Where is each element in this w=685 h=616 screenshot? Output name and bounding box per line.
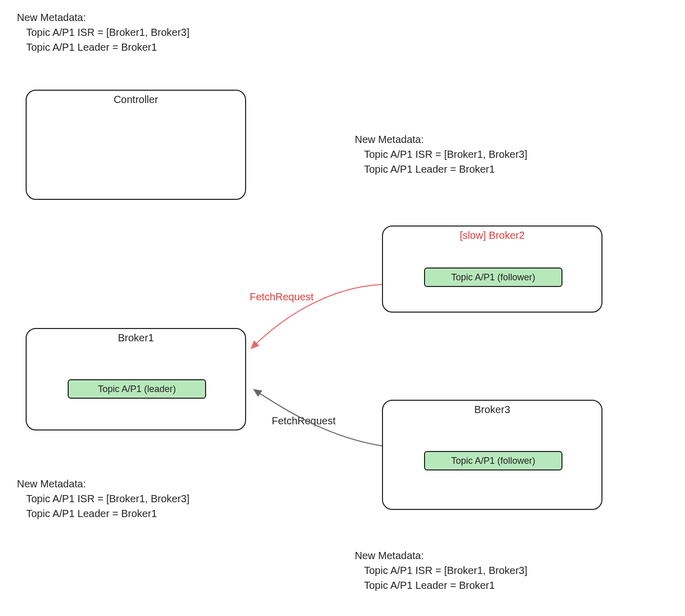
metadata-line: Topic A/P1 ISR = [Broker1, Broker3] xyxy=(364,147,611,162)
metadata-line: Topic A/P1 ISR = [Broker1, Broker3] xyxy=(26,25,273,40)
metadata-line: Topic A/P1 Leader = Broker1 xyxy=(26,506,273,521)
metadata-line: Topic A/P1 Leader = Broker1 xyxy=(364,578,611,593)
broker3-box: Broker3 Topic A/P1 (follower) xyxy=(382,400,602,510)
metadata-block-bottom-left: New Metadata: Topic A/P1 ISR = [Broker1,… xyxy=(17,477,273,521)
broker3-title: Broker3 xyxy=(383,401,601,416)
diagram-stage: New Metadata: Topic A/P1 ISR = [Broker1,… xyxy=(0,0,685,616)
metadata-line: Topic A/P1 ISR = [Broker1, Broker3] xyxy=(26,491,273,506)
broker1-topic-pill: Topic A/P1 (leader) xyxy=(68,379,206,399)
edge-label-fetch-broker2: FetchRequest xyxy=(250,291,314,303)
metadata-block-top-left: New Metadata: Topic A/P1 ISR = [Broker1,… xyxy=(17,10,273,55)
broker1-box: Broker1 Topic A/P1 (leader) xyxy=(26,328,246,430)
controller-title: Controller xyxy=(27,91,245,106)
metadata-line: Topic A/P1 Leader = Broker1 xyxy=(26,40,273,55)
broker2-topic-pill: Topic A/P1 (follower) xyxy=(424,268,562,287)
metadata-heading: New Metadata: xyxy=(17,10,273,25)
metadata-heading: New Metadata: xyxy=(355,132,611,147)
broker2-box: [slow] Broker2 Topic A/P1 (follower) xyxy=(382,225,602,313)
metadata-heading: New Metadata: xyxy=(17,477,273,491)
metadata-heading: New Metadata: xyxy=(355,548,611,563)
controller-box: Controller xyxy=(26,90,246,200)
broker3-topic-pill: Topic A/P1 (follower) xyxy=(424,451,562,470)
metadata-line: Topic A/P1 ISR = [Broker1, Broker3] xyxy=(364,563,611,578)
metadata-block-bottom-right: New Metadata: Topic A/P1 ISR = [Broker1,… xyxy=(355,548,611,593)
edge-label-fetch-broker3: FetchRequest xyxy=(272,415,336,427)
metadata-block-top-right: New Metadata: Topic A/P1 ISR = [Broker1,… xyxy=(355,132,611,177)
metadata-line: Topic A/P1 Leader = Broker1 xyxy=(364,162,611,177)
broker1-title: Broker1 xyxy=(27,329,245,344)
broker2-title: [slow] Broker2 xyxy=(383,227,601,241)
